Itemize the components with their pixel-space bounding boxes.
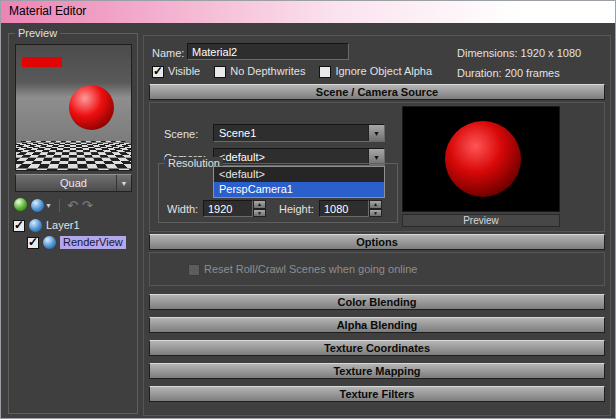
- check-icon: ✓: [153, 64, 163, 78]
- globe-icon: [14, 198, 27, 211]
- check-icon: ✓: [28, 235, 38, 249]
- red-sphere-graphic: [69, 85, 114, 130]
- chevron-down-icon: ▼: [116, 175, 131, 191]
- width-spin-down-button[interactable]: ▼: [253, 209, 266, 218]
- section-header-color-blending[interactable]: Color Blending: [149, 294, 605, 310]
- up-arrow-icon: ▲: [257, 201, 262, 207]
- scene-dropdown-value: Scene1: [219, 127, 256, 139]
- material-editor-window: Material Editor Preview Quad ▼ ▼: [0, 0, 616, 419]
- height-spin-up-button[interactable]: ▲: [369, 200, 382, 209]
- section-header-texture-coordinates[interactable]: Texture Coordinates: [149, 340, 605, 356]
- camera-option-perspcamera1[interactable]: PerspCamera1: [214, 182, 384, 197]
- visible-label: Visible: [168, 65, 200, 78]
- no-depthwrites-label: No Depthwrites: [230, 65, 305, 78]
- tree-item-label-selected: RenderView: [60, 236, 126, 249]
- renderview-checkbox[interactable]: ✓: [27, 237, 39, 249]
- down-arrow-icon: ▼: [257, 210, 262, 216]
- curved-arrow-left-icon: ↶: [67, 198, 78, 213]
- material-properties-panel: Name: Dimensions: 1920 x 1080 ✓ Visible …: [143, 35, 611, 416]
- flags-row: ✓ Visible No Depthwrites Ignore Object A…: [152, 65, 432, 78]
- visible-checkbox-row[interactable]: ✓ Visible: [152, 65, 200, 78]
- name-input[interactable]: [187, 43, 349, 60]
- duration-text: Duration: 200 frames: [457, 67, 560, 80]
- render-preview-caption: Preview: [402, 214, 560, 227]
- height-spin-down-button[interactable]: ▼: [369, 209, 382, 218]
- tree-item-renderview[interactable]: ✓ RenderView: [27, 235, 126, 250]
- ignore-object-alpha-checkbox[interactable]: [319, 66, 331, 78]
- camera-dropdown-list: <default> PerspCamera1: [213, 166, 385, 198]
- up-arrow-icon: ▲: [373, 201, 378, 207]
- width-spin-up-button[interactable]: ▲: [253, 200, 266, 209]
- tree-item-layer1[interactable]: ✓ Layer1: [13, 218, 80, 233]
- checkerboard-floor: [15, 141, 132, 171]
- red-bar-graphic: [22, 57, 62, 67]
- check-icon: ✓: [14, 218, 24, 232]
- height-label: Height:: [279, 203, 314, 216]
- material-preview-image: [15, 44, 132, 171]
- down-arrow-icon: ▼: [373, 210, 378, 216]
- no-depthwrites-checkbox[interactable]: [214, 66, 226, 78]
- layer-type-dropdown[interactable]: ▼: [31, 199, 52, 212]
- reset-roll-crawl-checkbox: [188, 264, 200, 276]
- scene-dropdown[interactable]: Scene1 ▼: [213, 124, 385, 142]
- toolbar-separator: [59, 199, 60, 212]
- tree-item-label: Layer1: [46, 219, 80, 232]
- scene-label: Scene:: [164, 128, 198, 141]
- reset-roll-crawl-checkbox-row: Reset Roll/Crawl Scenes when going onlin…: [188, 263, 417, 276]
- section-header-options[interactable]: Options: [149, 234, 605, 250]
- preview-panel-label: Preview: [15, 27, 60, 40]
- name-label: Name:: [152, 47, 184, 60]
- globe-icon: [31, 199, 44, 212]
- red-sphere-render: [445, 121, 521, 197]
- width-input[interactable]: [203, 200, 253, 217]
- height-input[interactable]: [319, 200, 369, 217]
- titlebar[interactable]: Material Editor: [1, 1, 615, 23]
- layer-globe-icon: [29, 219, 42, 232]
- ignore-object-alpha-checkbox-row[interactable]: Ignore Object Alpha: [319, 65, 432, 78]
- reset-roll-crawl-label: Reset Roll/Crawl Scenes when going onlin…: [204, 263, 417, 276]
- add-layer-button[interactable]: [14, 198, 27, 213]
- no-depthwrites-checkbox-row[interactable]: No Depthwrites: [214, 65, 305, 78]
- window-title: Material Editor: [9, 4, 86, 18]
- ignore-object-alpha-label: Ignore Object Alpha: [335, 65, 432, 78]
- width-spinner: ▲ ▼: [203, 200, 266, 217]
- quad-mode-label: Quad: [60, 177, 87, 189]
- curved-arrow-right-icon: ↷: [82, 198, 93, 213]
- quad-mode-button[interactable]: Quad ▼: [15, 174, 132, 192]
- options-content: Reset Roll/Crawl Scenes when going onlin…: [149, 252, 605, 286]
- layer-toolbar: ▼ ↶ ↷: [14, 197, 93, 214]
- section-header-texture-mapping[interactable]: Texture Mapping: [149, 363, 605, 379]
- height-spinner: ▲ ▼: [319, 200, 382, 217]
- width-label: Width:: [167, 203, 198, 216]
- layer1-checkbox[interactable]: ✓: [13, 220, 25, 232]
- camera-dropdown-value: <default>: [219, 151, 265, 163]
- section-header-scene-camera-source[interactable]: Scene / Camera Source: [149, 84, 605, 100]
- dimensions-text: Dimensions: 1920 x 1080: [457, 47, 581, 60]
- visible-checkbox[interactable]: ✓: [152, 66, 164, 78]
- camera-render-preview: [402, 106, 560, 212]
- chevron-down-icon[interactable]: ▼: [368, 125, 384, 141]
- renderview-globe-icon: [43, 236, 56, 249]
- move-layer-down-button[interactable]: ↷: [82, 199, 93, 212]
- section-header-texture-filters[interactable]: Texture Filters: [149, 386, 605, 402]
- move-layer-up-button[interactable]: ↶: [67, 199, 78, 212]
- camera-option-default[interactable]: <default>: [214, 167, 384, 182]
- window-body: Preview Quad ▼ ▼ ↶ ↷ ✓: [1, 23, 615, 418]
- preview-panel: Preview Quad ▼ ▼ ↶ ↷ ✓: [8, 33, 138, 414]
- chevron-down-icon: ▼: [45, 202, 52, 209]
- section-header-alpha-blending[interactable]: Alpha Blending: [149, 317, 605, 333]
- scene-camera-content: Scene: Scene1 ▼ Camera: <default> ▼ <def…: [149, 102, 605, 232]
